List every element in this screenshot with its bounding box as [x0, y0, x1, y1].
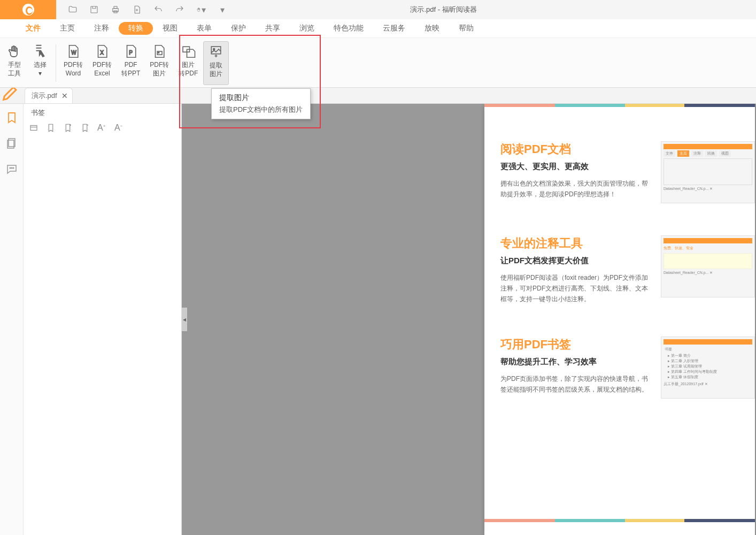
menu-cloud[interactable]: 云服务: [373, 21, 415, 36]
document-tab-label: 演示.pdf: [32, 91, 57, 100]
menu-view[interactable]: 视图: [153, 21, 187, 36]
menu-form[interactable]: 表单: [187, 21, 221, 36]
ribbon-extract-button[interactable]: 提取 图片: [203, 41, 229, 85]
ribbon-label: PDF转 Word: [64, 60, 83, 78]
doc-w-icon: W: [65, 43, 81, 59]
feature-title: 巧用PDF书签: [500, 337, 652, 353]
ribbon-label: PDF转 图片: [150, 60, 169, 78]
page-stripe-top: [484, 104, 755, 107]
document-tab-bar: 演示.pdf ✕: [0, 88, 756, 104]
feature-subtitle: 帮助您提升工作、学习效率: [500, 357, 652, 367]
pdf-page: 阅读PDF文档更强大、更实用、更高效拥有出色的文档渲染效果，强大的页面管理功能，…: [484, 104, 755, 535]
ribbon-label: PDF 转PPT: [121, 60, 140, 78]
menu-features[interactable]: 特色功能: [324, 21, 373, 36]
ribbon-doc-p-button[interactable]: PPDF 转PPT: [117, 41, 144, 85]
panel-collapse-handle[interactable]: ◂: [182, 308, 187, 331]
menu-help[interactable]: 帮助: [449, 21, 483, 36]
svg-text:W: W: [71, 50, 76, 56]
ribbon-label: 图片 转PDF: [179, 60, 198, 78]
feature-block: 巧用PDF书签帮助您提升工作、学习效率为PDF页面添加书签，除了实现内容的快速导…: [500, 337, 755, 399]
menu-browse[interactable]: 浏览: [290, 21, 324, 36]
ribbon-img-doc-button[interactable]: 图片 转PDF: [174, 41, 202, 85]
feature-description: 拥有出色的文档渲染效果，强大的页面管理功能，帮助提升效率，是您阅读PDF的理想选…: [500, 178, 652, 200]
feature-subtitle: 更强大、更实用、更高效: [500, 162, 652, 172]
svg-point-11: [213, 49, 215, 50]
menu-bar: 文件 主页 注释 转换 视图 表单 保护 共享 浏览 特色功能 云服务 放映 帮…: [0, 19, 756, 38]
feature-block: 专业的注释工具让PDF文档发挥更大价值使用福昕PDF阅读器（foxit read…: [500, 235, 755, 304]
tooltip-title: 提取图片: [219, 93, 303, 103]
quick-access-toolbar: ▾ ▾: [56, 5, 227, 14]
feature-thumbnail: 书签▸ 第一章 简介▸ 第二章 入职管理▸ 第三章 试用期管理▸ 第四章 工作时…: [661, 337, 755, 399]
extract-icon: [208, 44, 224, 60]
menu-protect[interactable]: 保护: [221, 21, 256, 36]
ribbon-label: 选择 ▾: [34, 60, 47, 78]
feature-block: 阅读PDF文档更强大、更实用、更高效拥有出色的文档渲染效果，强大的页面管理功能，…: [500, 141, 755, 203]
svg-rect-2: [114, 6, 117, 9]
doc-img-icon: [151, 43, 167, 59]
ribbon-toolbar: 手型 工具选择 ▾WPDF转 WordXPDF转 ExcelPPDF 转PPTP…: [0, 38, 756, 88]
feature-title: 阅读PDF文档: [500, 141, 652, 157]
bookmarks-title: 书签: [24, 104, 181, 121]
pages-icon[interactable]: [5, 137, 18, 150]
feature-thumbnail: 文件主页注释转换视图Datasheet_Reader_CN.p... ✕: [661, 141, 755, 203]
menu-home[interactable]: 主页: [50, 21, 84, 36]
svg-point-8: [158, 52, 159, 54]
ribbon-label: PDF转 Excel: [92, 60, 112, 78]
bookmark-icon[interactable]: [5, 111, 18, 124]
svg-rect-1: [113, 9, 119, 12]
ribbon-hand-button[interactable]: 手型 工具: [2, 41, 27, 85]
ribbon-label: 手型 工具: [8, 60, 21, 78]
comment-icon[interactable]: [5, 163, 18, 175]
svg-text:X: X: [100, 50, 104, 56]
svg-point-15: [11, 167, 12, 169]
feature-title: 专业的注释工具: [500, 235, 652, 251]
undo-icon[interactable]: [153, 5, 163, 14]
bookmarks-panel: 书签 A+ A−: [24, 104, 182, 535]
qat-dropdown-icon[interactable]: ▾: [218, 5, 227, 14]
ribbon-label: 提取 图片: [210, 61, 222, 78]
bm-add-icon[interactable]: [46, 123, 56, 133]
doc-p-icon: P: [123, 43, 139, 59]
bookmarks-toolbar: A+ A−: [24, 121, 181, 135]
open-icon[interactable]: [68, 5, 78, 14]
document-tab[interactable]: 演示.pdf ✕: [25, 88, 73, 103]
menu-share[interactable]: 共享: [256, 21, 290, 36]
bm-add-plus-icon[interactable]: [63, 123, 73, 133]
bm-font-up-icon[interactable]: A+: [97, 123, 107, 133]
app-logo[interactable]: [0, 0, 56, 19]
menu-play[interactable]: 放映: [415, 21, 449, 36]
img-doc-icon: [180, 43, 196, 59]
ribbon-doc-img-button[interactable]: PDF转 图片: [145, 41, 173, 85]
ribbon-doc-w-button[interactable]: WPDF转 Word: [59, 41, 87, 85]
hand-menu-icon[interactable]: ▾: [196, 5, 206, 14]
titlebar: ▾ ▾ 演示.pdf - 福昕阅读器: [0, 0, 756, 19]
tooltip-desc: 提取PDF文档中的所有图片: [219, 105, 303, 114]
side-toolbar: [0, 104, 24, 535]
save-icon[interactable]: [89, 5, 99, 14]
ribbon-doc-x-button[interactable]: XPDF转 Excel: [88, 41, 116, 85]
print-icon[interactable]: [111, 5, 120, 14]
hand-icon: [6, 43, 22, 59]
bm-font-down-icon[interactable]: A−: [114, 123, 124, 133]
close-icon[interactable]: ✕: [61, 91, 68, 100]
tooltip: 提取图片 提取PDF文档中的所有图片: [211, 88, 311, 119]
svg-rect-0: [91, 6, 97, 13]
menu-convert[interactable]: 转换: [119, 22, 153, 35]
menu-file[interactable]: 文件: [16, 21, 50, 36]
bm-expand-icon[interactable]: [29, 123, 38, 133]
feature-subtitle: 让PDF文档发挥更大价值: [500, 256, 652, 266]
menu-annotate[interactable]: 注释: [84, 21, 119, 36]
redo-icon[interactable]: [175, 5, 184, 14]
document-viewer[interactable]: ◂ 阅读PDF文档更强大、更实用、更高效拥有出色的文档渲染效果，强大的页面管理功…: [182, 104, 756, 535]
main-area: 书签 A+ A− ◂ 阅读PDF文档更强大、更实用、更高效拥有出色的文档渲染效果…: [0, 104, 756, 535]
bm-remove-icon[interactable]: [80, 123, 90, 133]
window-title: 演示.pdf - 福昕阅读器: [227, 5, 756, 14]
svg-point-16: [13, 167, 14, 169]
svg-point-14: [10, 167, 11, 169]
doc-x-icon: X: [94, 43, 110, 59]
new-doc-icon[interactable]: [132, 5, 142, 14]
cursor-icon: [32, 43, 48, 59]
svg-text:P: P: [129, 50, 133, 56]
page-stripe-bottom: [484, 519, 755, 522]
ribbon-cursor-button[interactable]: 选择 ▾: [28, 41, 52, 85]
